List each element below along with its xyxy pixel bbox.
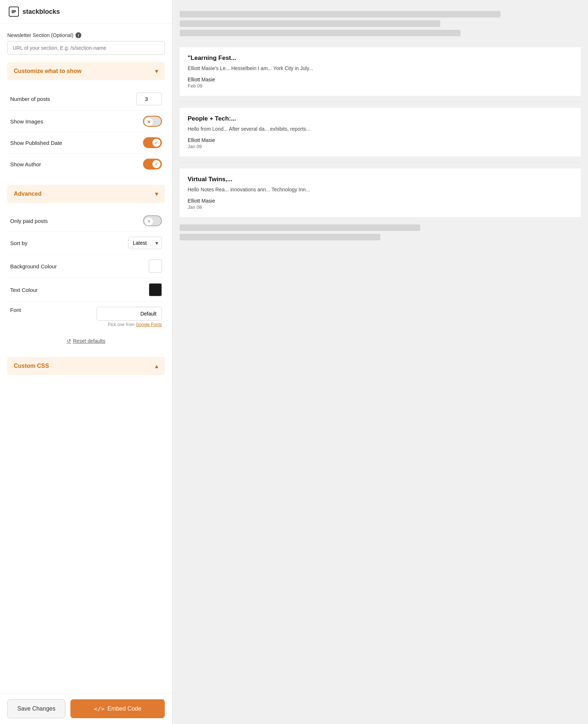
svg-rect-1 [12,11,16,12]
custom-css-accordion: Custom CSS ▴ [7,357,165,375]
custom-css-accordion-header[interactable]: Custom CSS ▴ [7,357,165,375]
customize-accordion-title: Customize what to show [14,68,82,74]
reset-defaults-button[interactable]: ↺ Reset defaults [67,338,106,344]
font-hint: Pick one from Google Fonts [108,322,162,327]
only-paid-posts-label: Only paid posts [10,218,48,224]
reset-defaults-area: ↺ Reset defaults [9,332,163,347]
advanced-chevron-icon: ▾ [155,190,158,198]
show-images-track: ✕ [143,116,162,127]
reset-icon: ↺ [67,338,71,344]
logo-icon [9,7,19,17]
skeleton-bar-5 [180,234,380,240]
background-colour-label: Background Colour [10,263,57,269]
preview-card-2: People + Tech:... Hello from Lond... Aft… [180,108,581,156]
custom-css-chevron-icon: ▴ [155,362,158,370]
preview-card-2-author: Elliott Masie [188,137,573,143]
preview-card-1-excerpt: Elliott Masie's Le... Hesselbein I am...… [188,65,573,72]
show-images-x-icon: ✕ [147,119,151,125]
svg-rect-2 [12,12,15,13]
advanced-accordion-body: Only paid posts ✕ Sort by Latest Oldest [7,204,165,350]
left-panel: stackblocks Newsletter Section (Optional… [0,0,172,724]
text-colour-swatch[interactable] [149,283,162,296]
preview-card-2-date: Jan 09 [188,144,573,149]
show-images-label: Show Images [10,118,43,125]
sort-by-label: Sort by [10,240,28,246]
text-colour-row: Text Colour [9,278,163,302]
embed-code-button[interactable]: </> Embed Code [70,699,165,718]
show-published-date-row: Show Published Date ✓ [9,132,163,154]
show-published-date-track: ✓ [143,137,162,148]
font-row: Font Pick one from Google Fonts [9,302,163,332]
preview-card-1-title: "Learning Fest... [188,54,573,62]
preview-card-3-author: Elliott Masie [188,198,573,204]
logo-area: stackblocks [0,0,172,24]
advanced-accordion-title: Advanced [14,191,41,197]
preview-divider-1 [180,102,581,102]
custom-css-accordion-title: Custom CSS [14,363,49,369]
skeleton-bar-2 [180,20,440,27]
font-label: Font [10,307,21,313]
preview-card-2-excerpt: Hello from Lond... After several da... e… [188,125,573,133]
background-colour-row: Background Colour [9,255,163,278]
show-images-row: Show Images ✕ [9,111,163,132]
skeleton-bar-3 [180,30,461,36]
show-author-toggle[interactable]: ✓ [143,159,162,170]
preview-divider-2 [180,162,581,163]
show-published-date-toggle[interactable]: ✓ [143,137,162,148]
only-paid-posts-x-icon: ✕ [147,219,151,224]
show-published-date-check-icon: ✓ [155,140,158,145]
svg-rect-0 [12,10,16,11]
preview-card-3-title: Virtual Twins,... [188,176,573,183]
only-paid-posts-track: ✕ [143,215,162,226]
preview-cards: "Learning Fest... Elliott Masie's Le... … [180,47,581,217]
panel-content: Newsletter Section (Optional) i Customiz… [0,24,172,693]
show-author-row: Show Author ✓ [9,154,163,175]
show-images-thumb: ✕ [145,118,153,126]
number-of-posts-label: Number of posts [10,96,50,102]
right-panel: "Learning Fest... Elliott Masie's Le... … [172,0,588,724]
show-published-date-thumb: ✓ [152,139,160,147]
text-colour-label: Text Colour [10,287,38,293]
preview-card-1-author: Elliott Masie [188,77,573,82]
customize-accordion-header[interactable]: Customize what to show ▾ [7,62,165,80]
embed-code-icon: </> [94,705,105,712]
skeleton-bar-1 [180,11,501,17]
google-fonts-link[interactable]: Google Fonts [136,322,162,327]
customize-chevron-icon: ▾ [155,67,158,75]
show-author-label: Show Author [10,161,41,167]
preview-skeletons-top [180,11,581,36]
only-paid-posts-row: Only paid posts ✕ [9,210,163,232]
customize-accordion-body: Number of posts Show Images ✕ Show Publi… [7,82,165,178]
advanced-accordion: Advanced ▾ [7,185,165,203]
advanced-accordion-header[interactable]: Advanced ▾ [7,185,165,203]
show-author-track: ✓ [143,159,162,170]
preview-card-3: Virtual Twins,... Hello Notes Rea... inn… [180,168,581,217]
preview-card-1-date: Feb 09 [188,83,573,89]
preview-card-2-title: People + Tech:... [188,115,573,122]
font-hint-text: Pick one from [108,322,134,327]
show-images-toggle[interactable]: ✕ [143,116,162,127]
save-changes-button[interactable]: Save Changes [7,699,65,718]
preview-card-3-date: Jan 08 [188,204,573,210]
only-paid-posts-toggle[interactable]: ✕ [143,215,162,226]
skeleton-bar-4 [180,224,420,231]
number-of-posts-input[interactable] [136,93,162,105]
background-colour-swatch[interactable] [149,260,162,273]
show-author-thumb: ✓ [152,160,160,168]
show-author-check-icon: ✓ [155,162,158,167]
sort-by-select-wrapper: Latest Oldest Popular [128,237,162,249]
reset-defaults-label: Reset defaults [73,338,106,344]
newsletter-label-text: Newsletter Section (Optional) [7,32,73,38]
sort-by-row: Sort by Latest Oldest Popular [9,232,163,255]
font-input[interactable] [97,307,162,321]
sort-by-select[interactable]: Latest Oldest Popular [128,237,162,249]
preview-card-1: "Learning Fest... Elliott Masie's Le... … [180,47,581,96]
logo-text: stackblocks [23,8,60,16]
only-paid-posts-thumb: ✕ [145,217,153,225]
newsletter-section-input[interactable] [7,41,165,55]
bottom-buttons-area: Save Changes </> Embed Code [0,693,172,724]
customize-accordion: Customize what to show ▾ [7,62,165,80]
preview-card-3-excerpt: Hello Notes Rea... innovations ann... Te… [188,186,573,194]
embed-code-label: Embed Code [107,705,141,712]
number-of-posts-row: Number of posts [9,88,163,111]
